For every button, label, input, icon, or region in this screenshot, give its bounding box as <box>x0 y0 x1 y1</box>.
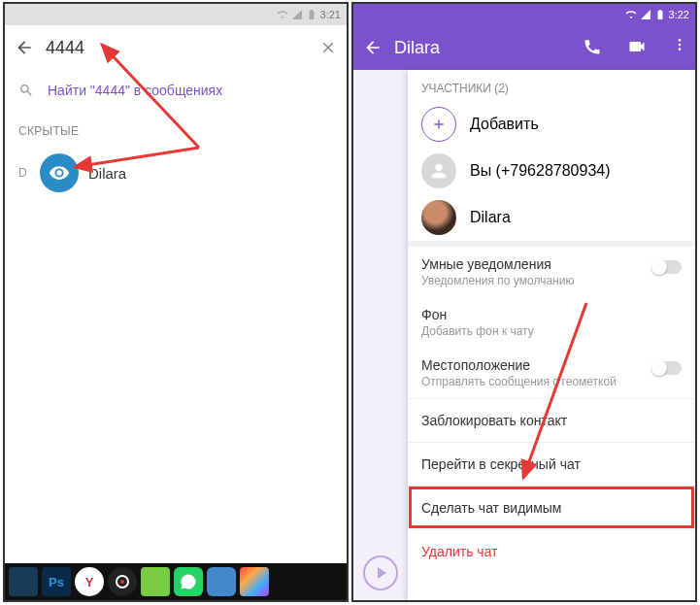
member-other-label: Dilara <box>470 209 511 226</box>
back-button[interactable] <box>15 38 34 57</box>
eye-icon <box>49 162 70 184</box>
signal-icon <box>291 9 303 20</box>
add-label: Добавить <box>470 116 539 133</box>
taskbar-icon-whatsapp[interactable] <box>174 567 203 596</box>
plus-icon <box>431 117 447 132</box>
avatar-self <box>421 153 456 188</box>
phone-icon <box>583 37 602 56</box>
make-chat-visible-row[interactable]: Сделать чат видимым <box>408 486 695 529</box>
avatar-dilara <box>421 200 456 235</box>
overflow-button[interactable] <box>672 37 685 58</box>
search-in-messages-row[interactable]: Найти "4444" в сообщениях <box>5 70 347 111</box>
member-self[interactable]: Вы (+79628780934) <box>408 148 695 194</box>
arrow-left-icon <box>15 38 34 57</box>
contact-letter: D <box>18 166 30 180</box>
location-row[interactable]: Местоположение Отправлять сообщения с ге… <box>408 348 695 398</box>
smart-notifications-row[interactable]: Умные уведомления Уведомления по умолчан… <box>408 247 695 297</box>
battery-icon <box>654 9 666 20</box>
video-icon <box>627 37 647 56</box>
location-toggle[interactable] <box>652 361 682 375</box>
hidden-section-header: СКРЫТЫЕ <box>5 111 347 148</box>
chat-info-toolbar: Dilara <box>353 25 695 70</box>
more-vert-icon <box>672 37 687 52</box>
participants-header: УЧАСТНИКИ (2) <box>408 70 695 101</box>
whatsapp-icon <box>180 573 197 590</box>
call-button[interactable] <box>583 37 604 58</box>
chat-background-strip <box>353 70 408 600</box>
taskbar-icon-cloud[interactable] <box>207 567 236 596</box>
phone-right: 3:22 Dilara :21✓✓ :06✓✓ ✓✓ <box>351 2 697 602</box>
back-button[interactable] <box>363 38 383 57</box>
smart-notifications-title: Умные уведомления <box>421 256 643 272</box>
taskbar-icon-ps[interactable]: Ps <box>42 567 71 596</box>
clear-button[interactable] <box>319 39 337 56</box>
contact-name: Dilara <box>88 165 126 182</box>
chat-title: Dilara <box>394 38 559 58</box>
search-input[interactable] <box>46 38 308 58</box>
location-title: Местоположение <box>421 357 643 373</box>
send-circle-icon <box>363 555 398 590</box>
phone-left: 3:21 Найти "4444" в сообщениях СКРЫТЫЕ D… <box>3 2 349 602</box>
chat-info-panel: УЧАСТНИКИ (2) Добавить Вы (+79628780934)… <box>408 70 695 600</box>
taskbar: Ps Y <box>5 563 347 600</box>
background-title: Фон <box>421 307 682 322</box>
taskbar-icon-y[interactable]: Y <box>75 567 104 596</box>
background-sub: Добавить фон к чату <box>421 324 682 338</box>
status-bar: 3:22 <box>353 4 695 25</box>
delete-chat-row[interactable]: Удалить чат <box>408 529 695 573</box>
video-call-button[interactable] <box>627 37 649 58</box>
battery-icon <box>306 9 317 20</box>
smart-notifications-toggle[interactable] <box>652 260 682 274</box>
wifi-icon <box>277 9 288 20</box>
status-bar: 3:21 <box>5 4 347 25</box>
close-icon <box>319 39 337 56</box>
signal-icon <box>640 9 651 20</box>
taskbar-icon-disc[interactable] <box>108 567 137 596</box>
add-participant-row[interactable]: Добавить <box>408 101 695 148</box>
taskbar-icon-home[interactable] <box>240 567 269 596</box>
arrow-left-icon <box>363 38 383 57</box>
search-toolbar <box>5 25 347 70</box>
search-prompt-text: Найти "4444" в сообщениях <box>48 83 222 98</box>
smart-notifications-sub: Уведомления по умолчанию <box>421 274 643 287</box>
background-row[interactable]: Фон Добавить фон к чату <box>408 297 695 348</box>
person-icon <box>428 160 450 182</box>
member-self-label: Вы (+79628780934) <box>470 162 611 180</box>
svg-point-4 <box>679 48 682 50</box>
avatar-hidden <box>40 153 79 192</box>
location-sub: Отправлять сообщения с геометкой <box>421 375 643 388</box>
wifi-icon <box>625 9 637 20</box>
secret-chat-row[interactable]: Перейти в секретный чат <box>408 442 695 486</box>
status-time: 3:22 <box>669 9 689 20</box>
add-button[interactable] <box>421 107 456 142</box>
taskbar-icon-1[interactable] <box>9 567 38 596</box>
taskbar-icon-sheet[interactable] <box>141 567 170 596</box>
svg-point-3 <box>679 44 682 47</box>
svg-point-2 <box>679 39 682 42</box>
member-other[interactable]: Dilara <box>408 194 695 241</box>
search-icon <box>18 83 34 98</box>
contact-row-dilara[interactable]: D Dilara <box>5 148 347 198</box>
block-contact-row[interactable]: Заблокировать контакт <box>408 398 695 442</box>
status-time: 3:21 <box>320 9 341 20</box>
